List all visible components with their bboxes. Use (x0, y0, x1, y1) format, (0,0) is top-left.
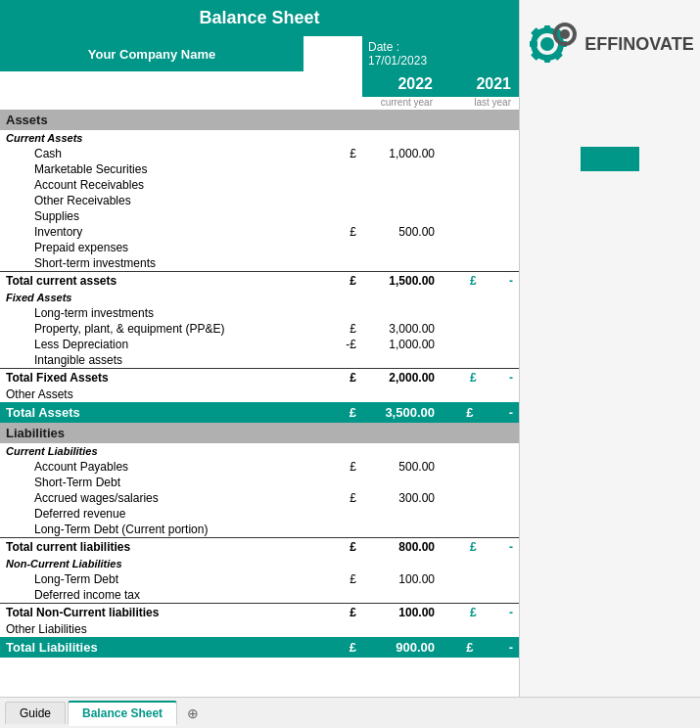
prepaid-label: Prepaid expenses (0, 240, 292, 255)
cash-val-2022: 1,000.00 (362, 146, 441, 161)
total-assets-val-2022: 3,500.00 (362, 402, 441, 423)
liabilities-label: Liabilities (0, 423, 519, 443)
last-year-label: last year (441, 97, 519, 110)
cash-val-2021 (441, 146, 519, 161)
short-term-debt-label: Short-Term Debt (0, 475, 292, 490)
ppe-val-2021 (441, 321, 519, 337)
aw-val-2022: 300.00 (362, 490, 441, 506)
ltd-current-row: Long-Term Debt (Current portion) (0, 522, 519, 538)
fixed-assets-label: Fixed Assets (0, 290, 519, 305)
right-panel: EFFINOVATE (519, 0, 700, 697)
year-2021-header: 2021 (441, 71, 519, 97)
deferred-revenue-row: Deferred revenue (0, 506, 519, 522)
intangible-label: Intangible assets (0, 352, 292, 369)
inventory-val-2021 (441, 224, 519, 240)
ppe-row: Property, plant, & equipment (PP&E) £ 3,… (0, 321, 519, 337)
supplies-label: Supplies (0, 208, 292, 224)
other-assets-label: Other Assets (0, 387, 292, 402)
color-swatch[interactable] (581, 147, 639, 171)
depreciation-val-2022: 1,000.00 (362, 337, 441, 352)
total-current-assets-row: Total current assets £ 1,500.00 £ - (0, 272, 519, 291)
year-header-row: 2022 2021 (0, 71, 519, 97)
ppe-label: Property, plant, & equipment (PP&E) (0, 321, 292, 337)
total-l-currency: £ (303, 637, 362, 658)
date-cell: Date : 17/01/2023 (362, 36, 519, 71)
total-fa-val-2021: £ - (441, 369, 519, 387)
liabilities-section-header: Liabilities (0, 423, 519, 443)
year-2022-header: 2022 (362, 71, 441, 97)
current-liabilities-label: Current Liabilities (0, 443, 519, 459)
cash-currency: £ (303, 146, 362, 161)
logo-area: EFFINOVATE (526, 20, 693, 68)
total-liabilities-row: Total Liabilities £ 900.00 £ - (0, 637, 519, 658)
depreciation-row: Less Depreciation -£ 1,000.00 (0, 337, 519, 352)
other-liabilities-label: Other Liabilities (0, 621, 292, 637)
total-fixed-assets-row: Total Fixed Assets £ 2,000.00 £ - (0, 369, 519, 387)
total-ncl-val-2022: 100.00 (362, 604, 441, 622)
tab-balance-sheet[interactable]: Balance Sheet (68, 701, 177, 726)
account-receivables-label: Account Receivables (0, 177, 292, 193)
tab-guide[interactable]: Guide (5, 702, 66, 724)
accrued-wages-label: Accrued wages/salaries (0, 490, 292, 506)
total-l-val-2022: 900.00 (362, 637, 441, 658)
ap-val-2022: 500.00 (362, 459, 441, 475)
account-payables-row: Account Payables £ 500.00 (0, 459, 519, 475)
total-ncl-val-2021: £ - (441, 604, 519, 622)
total-ncl-label: Total Non-Current liabilities (0, 604, 292, 622)
deferred-revenue-label: Deferred revenue (0, 506, 292, 522)
intangible-row: Intangible assets (0, 352, 519, 369)
inventory-row: Inventory £ 500.00 (0, 224, 519, 240)
other-assets-row: Other Assets (0, 387, 519, 402)
total-fixed-label: Total Fixed Assets (0, 369, 292, 387)
other-liabilities-row: Other Liabilities (0, 621, 519, 637)
ppe-currency: £ (303, 321, 362, 337)
fixed-assets-header-row: Fixed Assets (0, 290, 519, 305)
prepaid-row: Prepaid expenses (0, 240, 519, 255)
depreciation-val-2021 (441, 337, 519, 352)
total-cl-label: Total current liabilities (0, 538, 292, 557)
total-assets-val-2021: £ - (441, 402, 519, 423)
total-current-liabilities-row: Total current liabilities £ 800.00 £ - (0, 538, 519, 557)
date-label: Date : (368, 40, 399, 54)
inventory-label: Inventory (0, 224, 292, 240)
total-assets-currency: £ (303, 402, 362, 423)
long-term-investments-label: Long-term investments (0, 305, 292, 321)
other-receivables-label: Other Receivables (0, 193, 292, 208)
total-current-assets-label: Total current assets (0, 272, 292, 291)
short-term-debt-row: Short-Term Debt (0, 475, 519, 490)
total-cl-val-2022: 800.00 (362, 538, 441, 557)
svg-point-1 (540, 37, 554, 51)
current-assets-label: Current Assets (0, 130, 519, 146)
add-tab-button[interactable]: ⊕ (179, 702, 207, 725)
ppe-val-2022: 3,000.00 (362, 321, 441, 337)
current-assets-header-row: Current Assets (0, 130, 519, 146)
long-term-debt-label: Long-Term Debt (0, 571, 292, 587)
total-ca-val-2022: 1,500.00 (362, 272, 441, 291)
total-cl-val-2021: £ - (441, 538, 519, 557)
svg-rect-4 (530, 41, 537, 47)
company-name: Your Company Name (0, 36, 303, 71)
deferred-tax-label: Deferred income tax (0, 587, 292, 604)
short-term-investments-row: Short-term investments (0, 255, 519, 272)
ltd-current-label: Long-Term Debt (Current portion) (0, 522, 292, 538)
company-date-row: Your Company Name Date : 17/01/2023 (0, 36, 519, 71)
accrued-wages-row: Accrued wages/salaries £ 300.00 (0, 490, 519, 506)
total-fa-val-2022: 2,000.00 (362, 369, 441, 387)
assets-section-header: Assets (0, 110, 519, 130)
inventory-val-2022: 500.00 (362, 224, 441, 240)
total-non-current-liabilities-row: Total Non-Current liabilities £ 100.00 £… (0, 604, 519, 622)
total-ca-val-2021: £ - (441, 272, 519, 291)
non-current-liabilities-header-row: Non-Current Liabilities (0, 556, 519, 571)
total-assets-row: Total Assets £ 3,500.00 £ - (0, 402, 519, 423)
svg-rect-2 (544, 25, 550, 33)
long-term-investments-row: Long-term investments (0, 305, 519, 321)
total-cl-currency: £ (303, 538, 362, 557)
marketable-securities-label: Marketable Securities (0, 161, 292, 177)
logo-icon (526, 20, 580, 68)
ap-currency: £ (303, 459, 362, 475)
svg-point-11 (560, 29, 570, 39)
account-payables-label: Account Payables (0, 459, 292, 475)
total-ncl-currency: £ (303, 604, 362, 622)
supplies-row: Supplies (0, 208, 519, 224)
cash-label: Cash (0, 146, 292, 161)
